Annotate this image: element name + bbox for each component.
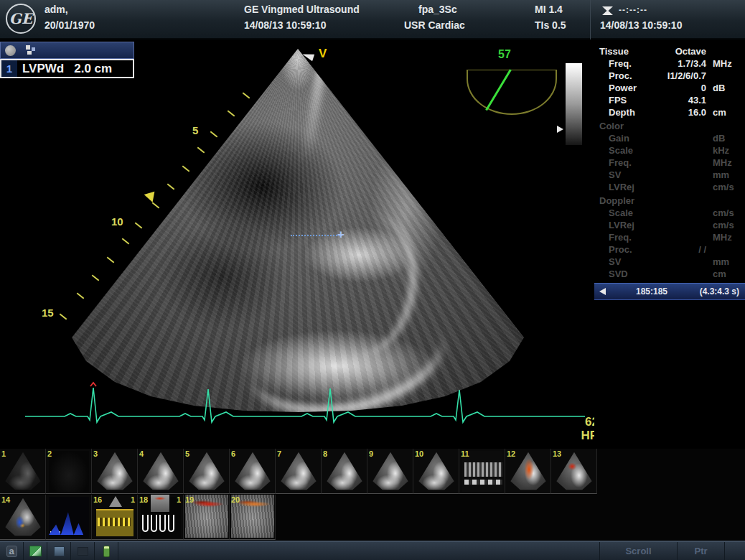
archive-cell bbox=[47, 542, 71, 560]
tissue-section: Tissue Octave Freq. 1.7/3.4 MHz Proc. I1… bbox=[594, 45, 745, 118]
measurement-result-box[interactable]: 1 LVPWd 2.0 cm bbox=[0, 42, 134, 78]
thumbnail-9[interactable]: 9 bbox=[367, 449, 413, 494]
pointer-softkey[interactable]: Ptr bbox=[678, 542, 725, 560]
cine-loop-bar[interactable]: 185:185 (4.3:4.3 s) bbox=[594, 283, 745, 300]
depth-label-5: 5 bbox=[192, 124, 198, 136]
depth-tick bbox=[135, 223, 143, 229]
thumbnail-image bbox=[233, 451, 273, 492]
cine-arrow-icon[interactable] bbox=[599, 288, 606, 295]
measurement-row[interactable]: 1 LVPWd 2.0 cm bbox=[0, 59, 134, 78]
measurement-value: 2.0 cm bbox=[74, 62, 112, 76]
thumbnail-image bbox=[278, 451, 319, 492]
header-divider bbox=[590, 0, 591, 39]
param-label: SVD bbox=[594, 269, 628, 279]
param-unit: MHz bbox=[706, 58, 739, 69]
param-unit: kHz bbox=[706, 145, 739, 156]
caliper-dotted-line[interactable] bbox=[291, 235, 342, 236]
thumbnail-image bbox=[3, 451, 43, 492]
thumbnail-image bbox=[95, 451, 135, 492]
param-label: Depth bbox=[594, 107, 635, 118]
thumbnail-1[interactable]: 1 bbox=[0, 449, 46, 494]
top-status-bar: GE adm, 20/01/1970 GE Vingmed Ultrasound… bbox=[0, 0, 745, 39]
param-value: 43.1 bbox=[627, 95, 706, 106]
param-value: I1/2/6/0.7 bbox=[632, 70, 706, 81]
param-row: LVRej cm/s bbox=[594, 181, 745, 193]
thumbnail-8[interactable]: 8 bbox=[322, 449, 367, 494]
tissue-title-row: Tissue Octave bbox=[594, 45, 745, 57]
grayscale-map-bar bbox=[566, 63, 582, 145]
depth-tick bbox=[92, 275, 100, 281]
thumbnail-number: 2 bbox=[47, 449, 52, 458]
measurement-label: LVPWd bbox=[22, 62, 64, 76]
param-unit: mm bbox=[706, 169, 739, 180]
param-unit: dB bbox=[706, 133, 739, 144]
thumbnail-5[interactable]: 5 bbox=[184, 449, 230, 494]
param-row: LVRej cm/s bbox=[594, 219, 745, 231]
thumbnail-13[interactable]: 13 bbox=[551, 449, 597, 494]
thumbnail-7[interactable]: 7 bbox=[276, 449, 322, 494]
param-label: Scale bbox=[594, 145, 633, 156]
caliper-point-icon bbox=[5, 45, 16, 56]
scroll-softkey[interactable]: Scroll bbox=[600, 542, 678, 560]
thumbnail-4[interactable]: 4 bbox=[138, 449, 184, 494]
mi-index: MI 1.4 bbox=[535, 4, 563, 15]
thumbnail-20[interactable]: 20 bbox=[230, 495, 276, 540]
grayscale-marker-icon bbox=[557, 126, 563, 133]
param-row: Freq. MHz bbox=[594, 157, 745, 169]
doppler-section: Doppler Scale cm/s LVRej cm/s Freq. MHz … bbox=[594, 195, 745, 280]
param-value: 16.0 bbox=[635, 107, 706, 118]
heart-rate-value: 62 bbox=[540, 415, 599, 429]
param-label: SV bbox=[594, 169, 621, 180]
param-row: SV mm bbox=[594, 169, 745, 181]
param-unit: cm/s bbox=[706, 182, 739, 192]
thumbnail-number: 13 bbox=[553, 449, 561, 458]
thumbnail-2[interactable]: 2 bbox=[46, 449, 92, 494]
image-store-icon bbox=[29, 546, 42, 556]
thumbnail-row-2: 14 16 1 18 1 19 bbox=[0, 495, 276, 540]
param-label: Freq. bbox=[594, 157, 632, 168]
param-row: Scale kHz bbox=[594, 144, 745, 157]
application-preset: USR Cardiac bbox=[404, 19, 465, 31]
thumbnail-number: 4 bbox=[139, 449, 144, 458]
ecg-trace bbox=[22, 381, 589, 431]
spectral-trace bbox=[98, 518, 131, 526]
thumbnail-18[interactable]: 18 1 bbox=[138, 495, 184, 540]
thumbnail-number: 6 bbox=[231, 449, 235, 458]
parameter-panel: Tissue Octave Freq. 1.7/3.4 MHz Proc. I1… bbox=[594, 39, 745, 449]
spectral-pulses bbox=[142, 515, 174, 532]
param-row: Freq. 1.7/3.4 MHz bbox=[594, 57, 745, 70]
thumbnail-19[interactable]: 19 bbox=[184, 495, 230, 540]
depth-tick bbox=[210, 131, 218, 138]
thumbnail-10[interactable]: 10 bbox=[413, 449, 459, 494]
tis-index: TIs 0.5 bbox=[535, 19, 566, 31]
thumbnail-number: 5 bbox=[185, 449, 189, 458]
keyboard-mode-cell: a bbox=[0, 542, 24, 560]
bottom-status-bar: a Scroll Ptr bbox=[0, 541, 745, 560]
network-icon bbox=[78, 547, 88, 556]
ptr-label: Ptr bbox=[694, 546, 707, 556]
param-row: SVD cm bbox=[594, 268, 745, 280]
thumbnail-number: 9 bbox=[369, 449, 373, 458]
depth-tick bbox=[152, 202, 160, 209]
thumbnail-15[interactable] bbox=[46, 495, 92, 540]
thumbnail-16[interactable]: 16 1 bbox=[92, 495, 138, 540]
thumbnail-12[interactable]: 12 bbox=[505, 449, 551, 494]
footer-spacer bbox=[118, 542, 600, 560]
thumbnail-11[interactable]: 11 bbox=[459, 449, 505, 494]
depth-label-10: 10 bbox=[111, 215, 123, 228]
thumbnail-number: 18 bbox=[139, 495, 148, 504]
thumbnail-3[interactable]: 3 bbox=[92, 449, 138, 494]
color-title-row: Color bbox=[594, 120, 745, 132]
param-unit: cm/s bbox=[706, 220, 739, 230]
thumbnail-14[interactable]: 14 bbox=[0, 495, 46, 540]
sector-angle-value: 57 bbox=[498, 48, 511, 61]
battery-icon bbox=[103, 546, 110, 557]
thumbnail-number: 20 bbox=[231, 495, 240, 504]
param-row: Proc. I1/2/6/0.7 bbox=[594, 70, 745, 82]
thumbnail-6[interactable]: 6 bbox=[230, 449, 276, 494]
param-unit: cm bbox=[706, 269, 739, 279]
param-label: Gain bbox=[594, 133, 629, 144]
caliper-cursor[interactable]: + bbox=[337, 228, 345, 242]
param-row: Gain dB bbox=[594, 132, 745, 144]
param-unit: dB bbox=[706, 83, 739, 93]
